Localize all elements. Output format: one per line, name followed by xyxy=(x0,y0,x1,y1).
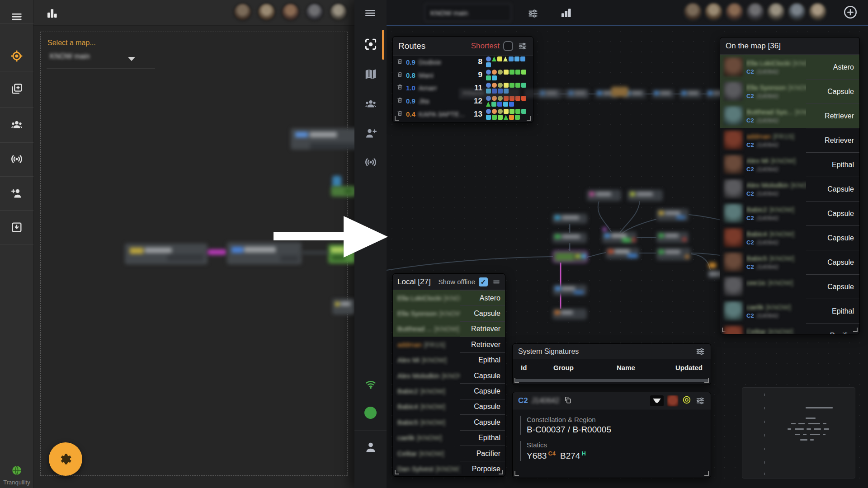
delete-route-icon[interactable] xyxy=(396,71,403,80)
pilot-portrait[interactable] xyxy=(724,326,743,334)
column-id[interactable]: Id xyxy=(521,364,553,371)
pilot-location[interactable]: C2J140642 xyxy=(746,93,806,99)
pilot-location[interactable]: C2J140642 xyxy=(746,117,806,124)
route-row[interactable]: 0.9 Dodixie 8 xyxy=(393,56,533,69)
map-icon[interactable] xyxy=(364,67,377,81)
avatar[interactable] xyxy=(704,2,723,21)
signatures-header[interactable]: System Signatures xyxy=(513,344,711,359)
pilot-name[interactable]: Babic2 xyxy=(397,387,418,395)
pilot-portrait[interactable] xyxy=(724,131,743,150)
map-node[interactable] xyxy=(602,232,637,244)
local-pilot-row[interactable]: Ella LokiClocki[KNOW] Astero xyxy=(393,290,505,305)
delete-route-icon[interactable] xyxy=(396,97,403,105)
map-node[interactable] xyxy=(552,214,587,224)
local-pilot-row[interactable]: Butthead ...[KNOW] Retriever xyxy=(393,321,505,337)
pilot-name[interactable]: Alex Molodkin xyxy=(746,181,788,189)
on-map-pilot-row[interactable]: Celitar[KNOW] C2J140642 Pacifier xyxy=(720,323,859,334)
copy-icon[interactable] xyxy=(564,396,572,406)
broadcast-icon[interactable] xyxy=(10,152,24,166)
local-panel-header[interactable]: Local [27] Show offline ✓ xyxy=(393,274,505,290)
pilot-portrait[interactable] xyxy=(724,106,743,125)
map-node[interactable] xyxy=(656,232,689,243)
avatar[interactable] xyxy=(257,2,276,22)
pilot-location[interactable]: C2J140642 xyxy=(746,312,806,319)
route-row[interactable]: 0.8 Mani 9 xyxy=(393,69,533,82)
map-name-input[interactable] xyxy=(425,4,511,22)
map-node[interactable] xyxy=(208,249,227,255)
map-node[interactable] xyxy=(656,209,689,221)
local-pilot-row[interactable]: Babic5[KNOW] Capsule xyxy=(393,414,505,430)
on-map-panel-header[interactable]: On the map [36] xyxy=(720,38,859,55)
minimap[interactable] xyxy=(742,387,855,479)
map-node[interactable] xyxy=(603,227,607,231)
map-node[interactable] xyxy=(553,251,587,263)
system-info-header[interactable]: C2 J140642 xyxy=(513,392,711,409)
route-destination[interactable]: KAPA 3APTE... xyxy=(419,110,471,118)
map-node[interactable] xyxy=(331,186,354,197)
avatar[interactable] xyxy=(683,2,703,21)
pilot-name[interactable]: Dan Sylvest xyxy=(397,465,434,473)
add-person-icon[interactable] xyxy=(10,187,24,200)
groups-icon[interactable] xyxy=(364,97,377,111)
on-map-pilot-row[interactable]: Babic5[KNOW] C2J140642 Capsule xyxy=(720,250,859,274)
pilot-location[interactable]: C2J140642 xyxy=(746,166,806,173)
groups-icon[interactable] xyxy=(10,118,24,131)
local-pilot-row[interactable]: Babic2[KNOW] Capsule xyxy=(393,383,505,399)
on-map-pilot-row[interactable]: Ella LokiClocki[KNOW] C2J140642 Astero xyxy=(720,55,859,79)
stats-icon[interactable] xyxy=(45,6,59,22)
map-node[interactable] xyxy=(587,190,621,201)
delete-route-icon[interactable] xyxy=(396,58,403,66)
map-node[interactable] xyxy=(627,190,663,201)
local-pilot-row[interactable]: addman[FR1S] Retriever xyxy=(393,337,505,352)
map-node[interactable] xyxy=(552,233,587,243)
my-location-icon[interactable] xyxy=(10,49,24,63)
local-menu-icon[interactable] xyxy=(492,278,500,286)
horizontal-scrollbar[interactable] xyxy=(515,379,708,382)
route-mode-checkbox[interactable] xyxy=(503,41,513,51)
add-character-icon[interactable] xyxy=(843,5,858,22)
pilot-name[interactable]: caelik xyxy=(746,303,764,311)
route-destination[interactable]: Mani xyxy=(419,71,471,79)
pilot-portrait[interactable] xyxy=(724,228,743,247)
pilot-name[interactable]: Butthead ... xyxy=(397,325,432,333)
map-node[interactable] xyxy=(332,299,354,314)
pilot-portrait[interactable] xyxy=(724,253,743,272)
map-node[interactable] xyxy=(291,128,354,150)
local-pilot-row[interactable]: Babic4[KNOW] Capsule xyxy=(393,399,505,414)
pilot-name[interactable]: Babic4 xyxy=(397,403,418,410)
import-icon[interactable] xyxy=(10,221,23,234)
map-node[interactable] xyxy=(125,244,208,264)
pilot-location[interactable]: C2J140642 xyxy=(746,190,806,197)
on-map-pilot-row[interactable]: Alex Molodkin[KNOW] C2J140642 Capsule xyxy=(720,177,859,201)
map-canvas[interactable]: Routes Shortest 0.9 xyxy=(387,26,868,488)
local-pilot-row[interactable]: Alex Mi[KNOW] Epithal xyxy=(393,352,505,368)
avatar[interactable] xyxy=(808,2,827,21)
pilot-portrait[interactable] xyxy=(724,179,743,198)
column-updated[interactable]: Updated xyxy=(675,364,711,371)
route-row[interactable]: 0.4 KAPA 3APTE... 13 xyxy=(393,108,533,121)
pilot-name[interactable]: Babic5 xyxy=(746,254,767,262)
avatar[interactable] xyxy=(725,2,744,21)
local-pilot-row[interactable]: Dan Sylvest[KNOW] Porpoise xyxy=(393,461,505,476)
pilot-portrait[interactable] xyxy=(724,277,743,296)
pilot-name[interactable]: Alex Molodkin xyxy=(397,372,439,380)
pilot-name[interactable]: Babic5 xyxy=(397,418,418,426)
pilot-location[interactable]: C2J140642 xyxy=(746,263,806,270)
column-group[interactable]: Group xyxy=(553,364,617,371)
map-node[interactable] xyxy=(553,285,587,296)
show-offline-checkbox[interactable]: ✓ xyxy=(479,277,488,286)
pilot-name[interactable]: Ella Syonson xyxy=(397,310,437,317)
pilot-portrait[interactable] xyxy=(724,204,743,223)
pilot-portrait[interactable] xyxy=(724,155,743,174)
pilot-name[interactable]: Celitar xyxy=(397,450,417,457)
profile-icon[interactable] xyxy=(363,440,378,455)
pilot-location[interactable]: C2J140642 xyxy=(746,239,806,246)
map-node[interactable] xyxy=(656,248,691,260)
on-map-pilot-row[interactable]: addman[FR1S] C2J140642 Retriever xyxy=(720,128,859,152)
pilot-name[interactable]: Alex Mi xyxy=(397,356,420,364)
avatar[interactable] xyxy=(745,2,765,21)
pilot-name[interactable]: Babic4 xyxy=(746,230,767,238)
stats-icon[interactable] xyxy=(559,6,573,21)
pilot-name[interactable]: Ella LokiClocki xyxy=(397,294,442,302)
route-mode-label[interactable]: Shortest xyxy=(471,42,500,51)
